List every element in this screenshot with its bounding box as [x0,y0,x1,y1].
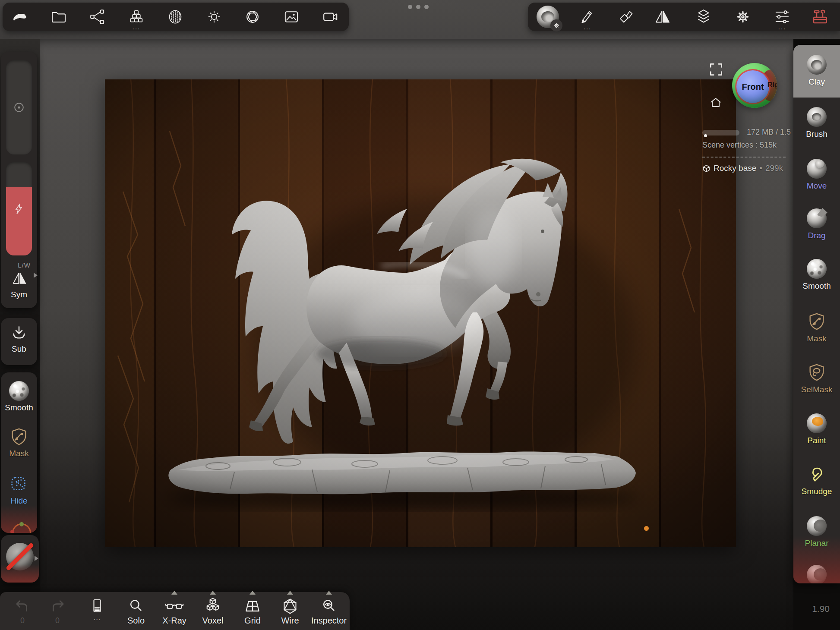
top-left-toolbar: ... [3,3,349,31]
mask-shortcut[interactable]: Mask [1,427,37,458]
symmetry-mini-icon[interactable] [11,270,28,287]
image-icon [283,8,300,25]
sphere-slash-icon [6,543,34,570]
wire-caret [287,588,293,595]
home-view-icon[interactable] [709,96,723,110]
alpha-texture-button[interactable] [1,535,39,583]
app-logo-button[interactable] [5,3,35,30]
shield-brush-icon [807,312,827,331]
gizmo-shortcut-icon[interactable] [12,523,31,533]
fullscreen-icon[interactable] [710,63,722,76]
gizmo-right-label: Right [767,81,777,89]
files-button[interactable] [44,3,73,30]
app-window: Right Front 172 MB / 1.5 Scene vertices … [0,0,840,630]
node-graph-button[interactable] [83,3,112,30]
tool-flatten-partial[interactable] [793,565,840,583]
tool-brush[interactable]: Brush [793,107,840,139]
paint-sphere-icon [807,413,827,433]
history-button[interactable]: ... [80,592,114,630]
gear-icon [734,8,752,25]
tool-panel: Clay Brush Move Drag Smooth [793,45,840,583]
settings-button[interactable] [728,3,758,30]
toggle-grid[interactable]: Grid [235,592,270,630]
pencil-icon [579,8,596,25]
tool-paint[interactable]: Paint [793,413,840,445]
symmetry-button[interactable] [648,3,677,30]
history-more-dots: ... [93,615,101,621]
sun-icon [205,8,223,25]
sym-mode-label: L/W [1,261,37,269]
tool-drag[interactable]: Drag [793,208,840,240]
tool-smudge[interactable]: Smudge [793,464,840,496]
camera-button[interactable] [316,3,345,30]
toggle-wire[interactable]: Wire [273,592,307,630]
shield-lasso-icon [807,362,827,382]
sub-button[interactable]: Sub [1,324,37,354]
stats-separator [702,157,786,158]
redo-button[interactable]: 0 [40,592,75,630]
matcap-button[interactable] [161,3,190,30]
tool-smooth[interactable]: Smooth [793,259,840,291]
left-slider-panel: L/W Sym [1,52,37,308]
orientation-gizmo[interactable]: Right Front [732,63,777,108]
shield-brush-icon [9,427,29,447]
background-image-button[interactable] [277,3,306,30]
object-count: 299k [765,164,783,173]
memory-text: 172 MB / 1.5 [747,128,791,137]
memory-bar-fill [704,134,707,137]
grid-icon [243,597,262,616]
sub-panel: Sub [1,318,37,365]
undo-count: 0 [20,616,25,625]
toolbox-button[interactable] [805,3,835,30]
undo-button[interactable]: 0 [5,592,40,630]
tool-clay[interactable]: Clay [793,55,840,87]
layers-button[interactable] [689,3,718,30]
symmetry-icon [654,8,671,25]
intensity-slider-fill [6,187,32,255]
aperture-icon [244,8,261,25]
mesh-icon [702,164,711,173]
toggle-xray[interactable]: X-Ray [157,592,192,630]
hide-shortcut[interactable]: Hide [1,474,37,506]
gizmo-front-face[interactable]: Front [735,69,771,104]
sliders-icon [774,8,791,25]
smooth-shortcut[interactable]: Smooth [1,381,37,413]
tool-move[interactable]: Move [793,159,840,191]
radius-slider[interactable] [6,60,32,154]
canvas[interactable] [105,79,736,547]
smooth-label: Smooth [1,403,37,413]
voxel-caret [210,588,216,595]
clay-sphere-icon [807,55,827,75]
vertices-label: Scene vertices : [702,141,758,149]
folder-icon [50,8,67,25]
lighting-button[interactable] [199,3,229,30]
subtract-icon [10,324,28,342]
material-gear-badge [550,19,562,32]
alpha-expand-caret [35,556,39,561]
toggle-inspector[interactable]: Inspector [312,592,346,630]
paint-knife-button[interactable] [612,3,641,30]
brush-shortcut-panel: Smooth Mask Hide [1,372,37,533]
sym-expand-caret [34,273,40,278]
material-button[interactable] [533,3,562,30]
xray-glasses-icon [165,597,184,616]
toggle-solo[interactable]: Solo [119,592,153,630]
postprocess-button[interactable] [238,3,267,30]
top-strip: ... [0,0,840,39]
intensity-slider[interactable] [6,162,32,255]
tool-planar[interactable]: Planar [793,516,840,548]
sym-label[interactable]: Sym [1,290,37,299]
tool-selmask[interactable]: SelMask [793,362,840,394]
redo-count: 0 [55,616,60,625]
vertices-value: 515k [760,141,777,149]
voxel-cubes-icon [203,597,222,616]
drag-sphere-icon [807,208,827,228]
toggle-voxel[interactable]: Voxel [196,592,230,630]
material-sphere-icon [537,6,559,28]
tool-mask[interactable]: Mask [793,312,840,343]
inspector-caret [326,588,332,595]
smooth-sphere-icon [807,259,827,279]
stroke-more-dots: ... [573,24,602,30]
blocks-pyramid-icon [128,8,145,25]
object-name: Rocky base [714,164,756,173]
